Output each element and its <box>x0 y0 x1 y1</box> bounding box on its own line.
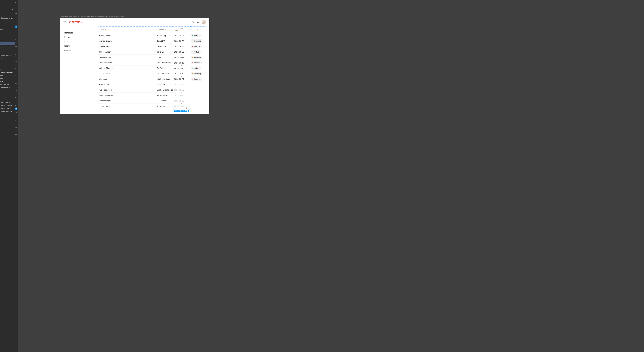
status-label: Inactive <box>194 62 200 64</box>
cell-name: Ava Rodriguez <box>98 87 156 93</box>
table-row[interactable]: Michael BrownBeta LLC2023-09-28Pending <box>98 38 206 44</box>
ruler-marker: 24 <box>15 25 17 28</box>
layer-row[interactable]: enu <box>0 28 15 31</box>
layer-row[interactable]: l that list avatars, custo... <box>0 104 15 107</box>
sort-caret-icon <box>105 29 106 30</box>
selection-handle[interactable] <box>190 109 190 110</box>
layer-row[interactable]: ader <box>0 57 15 60</box>
status-badge: Pending <box>191 72 202 75</box>
layer-row[interactable]: l that contains an avatar,... <box>0 86 15 89</box>
layer-row[interactable]: le <box>0 68 15 71</box>
brand-name: CRMPro <box>72 21 82 24</box>
layer-row[interactable]: l that contains avatars, c... <box>0 16 15 19</box>
plus-icon[interactable] <box>11 8 14 10</box>
cell-name: Lucas Taylor <box>98 71 156 76</box>
app-body: DashboardContactsDealsReportsSettings Av… <box>60 26 209 109</box>
selection-handle[interactable] <box>190 26 190 27</box>
svg-point-8 <box>192 21 194 23</box>
layer-row[interactable]: n freelancing desktop ap... <box>0 54 15 57</box>
column-header-avatar[interactable]: Avatar <box>98 29 156 31</box>
status-label: Active <box>194 67 199 69</box>
table-row[interactable]: Emily JohnsonAcme Corp2023-10-01Active <box>98 33 206 38</box>
table-row[interactable]: Liam AndersonZeta Enterprises2023-09-16I… <box>98 60 206 65</box>
layer-row[interactable]: umber Card Strip <box>0 71 15 74</box>
table-row[interactable]: Ethan ClarkKappa Group2023-10-01 <box>98 82 206 87</box>
status-badge: Inactive <box>191 45 202 48</box>
hamburger-menu-icon[interactable] <box>64 21 66 23</box>
status-dot-icon <box>192 73 193 74</box>
asterisk-icon <box>68 21 71 23</box>
cell-date: 2023-09-28 <box>173 87 190 93</box>
status-dot-icon <box>192 46 193 47</box>
cell-customer: Nu Partners <box>156 98 173 103</box>
layer-row[interactable]: ? <box>0 42 15 45</box>
table-row[interactable]: Sophia DavisGamma Inc2023-09-25Inactive <box>98 44 206 49</box>
selection-handle[interactable] <box>172 26 174 27</box>
cell-date: 2023-09-16 <box>173 60 190 65</box>
cell-name: Mia Moore <box>98 76 156 82</box>
cell-status: Active <box>190 33 199 38</box>
layer-row[interactable]: nart <box>0 77 15 80</box>
search-icon[interactable] <box>11 3 14 5</box>
layer-row[interactable]: l that contains 4 column... <box>0 101 15 104</box>
cell-name: Isabella Thomas <box>98 65 156 71</box>
sort-caret-icon <box>188 29 189 30</box>
column-header-date[interactable]: Last Follow-Up Date <box>173 26 190 33</box>
cell-customer: Mu Industries <box>156 93 173 98</box>
status-badge: Active <box>191 34 201 37</box>
status-badge: Inactive <box>191 61 202 64</box>
layer-row[interactable]: nart <box>0 74 15 77</box>
cell-name: Ethan Clark <box>98 82 156 87</box>
table-row[interactable]: Logan HarrisXi Systems2023-09-19 <box>98 103 206 109</box>
svg-point-0 <box>12 3 13 4</box>
layer-row[interactable]: l that list customers, pa... <box>0 107 15 110</box>
layer-row[interactable]: ? <box>0 45 15 48</box>
status-badge: Active <box>191 50 201 54</box>
status-label: Pending <box>194 73 201 75</box>
ruler-tick: 450 <box>15 83 17 84</box>
layer-row[interactable]: n freelancing desktop ap... <box>0 110 15 113</box>
status-dot-icon <box>192 79 193 80</box>
user-avatar[interactable] <box>202 20 206 24</box>
ruler-tick: 750 <box>15 127 17 128</box>
nav-item-settings[interactable]: Settings <box>64 48 94 52</box>
column-header-status[interactable]: Status <box>190 29 199 31</box>
selection-handle[interactable] <box>173 109 174 110</box>
svg-rect-12 <box>197 22 198 23</box>
layer-row[interactable]: oter <box>0 80 15 83</box>
search-icon[interactable] <box>191 21 194 24</box>
nav-item-dashboard[interactable]: Dashboard <box>64 31 94 35</box>
table-row[interactable]: Noah RodriguezMu Industries2023-09-25 <box>98 93 206 98</box>
svg-rect-11 <box>198 21 199 22</box>
canvas[interactable]: Generate a table for a CRM that contains… <box>18 0 644 352</box>
cell-date: 2023-09-10 <box>173 71 190 76</box>
table-row[interactable]: Mia MooreIota Innovations2023-09-07Inact… <box>98 76 206 82</box>
cell-status: Pending <box>190 38 199 44</box>
cell-customer: Theta Services <box>156 71 173 76</box>
frame-label[interactable]: Generate a table for a CRM that contains… <box>60 16 124 17</box>
sort-caret-icon <box>165 29 166 30</box>
table-row[interactable]: Amelia WrightNu Partners2023-09-22 <box>98 98 206 103</box>
table-row[interactable]: James WilsonDelta Ltd2023-09-22Active <box>98 49 206 55</box>
ruler-tick: -200 <box>14 1 17 3</box>
layer-row[interactable]: ? <box>0 39 15 42</box>
column-header-customer[interactable]: Customer <box>156 29 173 31</box>
layer-row[interactable]: dio products <box>0 83 15 86</box>
cell-date: 2023-09-13 <box>173 65 190 71</box>
nav-item-contacts[interactable]: Contacts <box>64 35 94 39</box>
svg-line-9 <box>193 23 194 23</box>
nav-item-reports[interactable]: Reports <box>64 44 94 48</box>
status-label: Active <box>194 34 199 37</box>
cell-status <box>190 87 199 93</box>
ruler-tick: 0 <box>16 19 17 20</box>
table-row[interactable]: Lucas TaylorTheta Services2023-09-10Pend… <box>98 71 206 76</box>
table-row[interactable]: Isabella ThomasEta Solutions2023-09-13Ac… <box>98 65 206 71</box>
status-dot-icon <box>192 51 193 52</box>
brand-logo[interactable]: CRMPro <box>68 21 82 24</box>
ruler-tick: 150 <box>15 39 17 40</box>
nav-item-deals[interactable]: Deals <box>64 40 94 43</box>
apps-grid-icon[interactable] <box>196 21 200 24</box>
table-row[interactable]: Ava RodriguezLambda Technologies2023-09-… <box>98 87 206 93</box>
table-row[interactable]: Olivia MartinezEpsilon Co2023-09-19Pendi… <box>98 55 206 60</box>
cell-customer: Gamma Inc <box>156 44 173 49</box>
